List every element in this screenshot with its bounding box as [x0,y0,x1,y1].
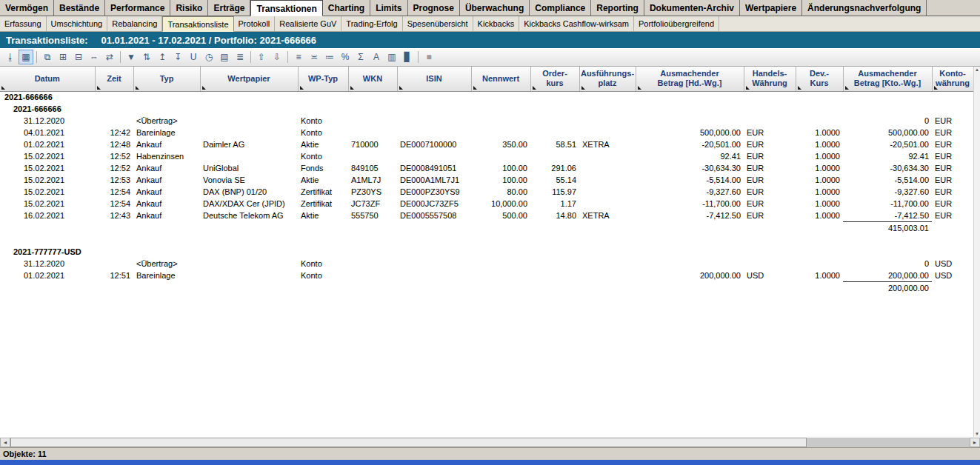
column-header-isin[interactable]: ISIN [397,67,471,91]
menu-tab-risiko[interactable]: Risiko [170,0,208,16]
filter-icon[interactable]: ▼ [124,50,139,64]
scroll-down-arrow-icon[interactable]: ▼ [975,432,979,436]
sort-asc-icon[interactable]: ⇧ [254,50,269,64]
collapse-all-icon[interactable]: ⊟ [71,50,86,64]
underline-icon[interactable]: U [186,50,201,64]
menu-tab-limits[interactable]: Limits [370,0,407,16]
sub-tab-realisierte-guv[interactable]: Realisierte GuV [275,16,341,31]
percent-icon[interactable]: % [338,50,353,64]
stop-icon[interactable]: ■ [421,50,436,64]
sort-rows-icon[interactable]: ⇅ [139,50,154,64]
sub-tab-spesen-bersicht[interactable]: Spesenübersicht [403,16,473,31]
page-title: Transaktionsliste: [6,35,88,46]
sub-tab-portfolio-bergreifend[interactable]: Portfolioübergreifend [634,16,719,31]
table-row[interactable]: 15.02.202112:54AnkaufDAX/XDAX Cer (JPID)… [0,198,973,210]
columns-icon[interactable]: ▥ [384,50,399,64]
sub-tab-transaktionsliste[interactable]: Transaktionsliste [162,16,233,32]
status-bar: Objekte: 11 [0,447,980,460]
toolbar-separator [287,51,288,63]
fit-columns-icon[interactable]: ⇔ [87,50,101,64]
bar-chart-icon[interactable]: ▊ [400,50,415,64]
account-group-row[interactable]: 2021-777777-USD [0,246,973,258]
menu-tab-berwachung[interactable]: Überwachung [460,0,530,16]
menu-tab-performance[interactable]: Performance [105,0,170,16]
column-header-ausfuehrungsplatz[interactable]: Ausführungs-platz [579,67,636,91]
scroll-track[interactable] [10,438,970,447]
sub-tab-rebalancing[interactable]: Rebalancing [107,16,162,31]
toolbar-separator [36,51,37,63]
scroll-up-arrow-icon[interactable]: ▲ [975,67,979,72]
sub-tab-umschichtung[interactable]: Umschichtung [47,16,108,31]
tree-icon[interactable]: ≣ [233,50,247,64]
portfolio-group-label: 2021-666666 [0,91,973,103]
menu-tab-verm-gen[interactable]: Vermögen [0,0,54,16]
menu-tab-transaktionen[interactable]: Transaktionen [250,0,322,16]
column-header-betrag-kto-wg[interactable]: AusmachenderBetrag [Kto.-Wg.] [843,67,932,91]
column-header-wkn[interactable]: WKN [348,67,397,91]
title-range-portfolio: 01.01.2021 - 17.02.2021 / Portfolio: 202… [101,35,317,46]
table-row[interactable]: 01.02.202112:48AnkaufDaimler AGAktie7100… [0,138,973,150]
scroll-thumb[interactable] [10,438,807,447]
sort-desc-icon[interactable]: ⇩ [270,50,284,64]
table-row[interactable]: 01.02.202112:51BareinlageKonto200,000.00… [0,270,973,281]
menu-tab-compliance[interactable]: Compliance [530,0,591,16]
table-body: 2021-6666662021-66666631.12.2020<Übertra… [0,91,973,294]
account-group-label: 2021-777777-USD [0,246,973,258]
column-header-datum[interactable]: Datum [0,67,95,91]
vertical-scrollbar[interactable]: ▲ ▼ [973,67,980,437]
export-icon[interactable]: ⭳ [3,50,18,64]
column-header-betrag-hd-wg[interactable]: AusmachenderBetrag [Hd.-Wg.] [636,67,744,91]
table-header-row: DatumZeitTypWertpapierWP-TypWKNISINNennw… [0,67,973,91]
history-icon[interactable]: ◷ [201,50,216,64]
align-center-icon[interactable]: ≍ [307,50,321,64]
table-row[interactable]: 31.12.2020<Übertrag>Konto0EUR [0,115,973,127]
sum-icon[interactable]: Σ [353,50,368,64]
column-header-wp-typ[interactable]: WP-Typ [298,67,348,91]
menu-tab-wertpapiere[interactable]: Wertpapiere [740,0,802,16]
table-row[interactable]: 31.12.2020<Übertrag>Konto0USD [0,258,973,270]
table-row[interactable]: 04.01.202112:42BareinlageKonto500,000.00… [0,127,973,138]
title-bar: Transaktionsliste: 01.01.2021 - 17.02.20… [0,32,980,48]
scroll-right-arrow-icon[interactable]: ► [970,438,980,447]
menu-tab-ertr-ge[interactable]: Erträge [208,0,250,16]
menu-tab-prognose[interactable]: Prognose [408,0,460,16]
layout-icon[interactable]: ▤ [217,50,232,64]
chart-view-icon[interactable]: ▦ [19,50,33,64]
row-down-icon[interactable]: ↧ [170,50,185,64]
menu-tab-dokumenten-archiv[interactable]: Dokumenten-Archiv [644,0,740,16]
column-header-typ[interactable]: Typ [133,67,200,91]
portfolio-group-row[interactable]: 2021-666666 [0,91,973,103]
sub-tab-kickbacks[interactable]: Kickbacks [473,16,520,31]
transaction-table: DatumZeitTypWertpapierWP-TypWKNISINNennw… [0,67,974,294]
menu-tab-nderungsnachverfolgung[interactable]: Änderungsnachverfolgung [802,0,927,16]
align-right-icon[interactable]: ≔ [322,50,337,64]
table-row[interactable]: 15.02.202112:52HabenzinsenKonto92.41EUR1… [0,150,973,162]
sub-tab-kickbacks-cashflow-wirksam[interactable]: Kickbacks Cashflow-wirksam [519,16,634,31]
table-row[interactable]: 16.02.202112:43AnkaufDeutsche Telekom AG… [0,210,973,221]
scroll-left-arrow-icon[interactable]: ◄ [0,438,10,447]
table-row[interactable]: 15.02.202112:52AnkaufUniGlobalFonds84910… [0,162,973,174]
copy-icon[interactable]: ⧉ [40,50,55,64]
table-row[interactable]: 15.02.202112:53AnkaufVonovia SEAktieA1ML… [0,174,973,186]
sub-tab-protokoll[interactable]: Protokoll [234,16,276,31]
account-group-row[interactable]: 2021-666666 [0,103,973,115]
menu-tab-best-nde[interactable]: Bestände [54,0,105,16]
horizontal-scrollbar[interactable]: ◄ ► [0,437,980,447]
table-row[interactable]: 15.02.202112:54AnkaufDAX (BNP) 01/20Zert… [0,186,973,198]
font-icon[interactable]: A [369,50,384,64]
row-up-icon[interactable]: ↥ [155,50,170,64]
column-header-dev-kurs[interactable]: Dev.-Kurs [796,67,843,91]
menu-tab-charting[interactable]: Charting [323,0,370,16]
align-left-icon[interactable]: ≡ [291,50,306,64]
column-header-handels-waehrung[interactable]: Handels-Währung [744,67,796,91]
menu-tab-reporting[interactable]: Reporting [591,0,644,16]
expand-all-icon[interactable]: ⊞ [56,50,70,64]
column-header-order-kurs[interactable]: Order-kurs [530,67,579,91]
sub-tab-erfassung[interactable]: Erfassung [0,16,47,31]
sub-tab-trading-erfolg[interactable]: Trading-Erfolg [341,16,402,31]
refresh-icon[interactable]: ⇄ [102,50,117,64]
column-header-konto-waehrung[interactable]: Konto-währung [932,67,973,91]
column-header-zeit[interactable]: Zeit [95,67,133,91]
column-header-nennwert[interactable]: Nennwert [471,67,530,91]
column-header-wertpapier[interactable]: Wertpapier [200,67,298,91]
